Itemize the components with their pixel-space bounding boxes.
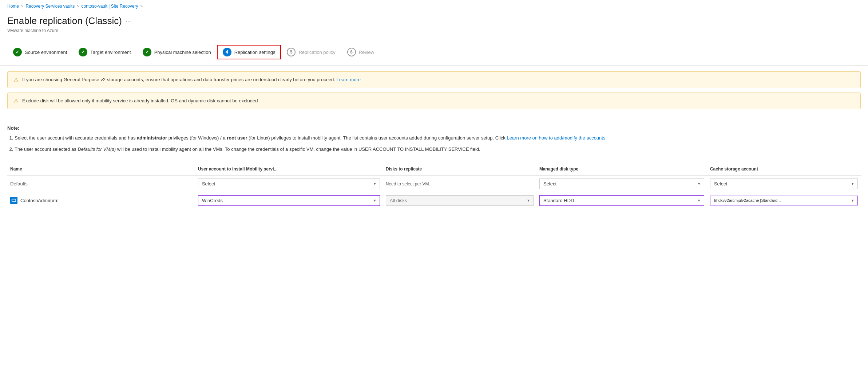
vm-disks-cell: All disks ▾ — [383, 192, 536, 209]
breadcrumb-sep-1: > — [21, 4, 23, 8]
vm-user-dropdown[interactable]: WinCreds ▾ — [198, 195, 380, 206]
defaults-disk-type-cell: Select ▾ — [536, 175, 707, 192]
note-2-text-before: The user account selected as — [15, 146, 78, 152]
col-header-user: User account to install Mobility servi..… — [195, 163, 383, 176]
note-1-bold-root: root user — [227, 135, 247, 141]
note-section: Note: Select the user account with accur… — [0, 119, 868, 163]
step-check-source: ✓ — [16, 50, 19, 55]
table-row-defaults: Defaults Select ▾ Need to select per VM.… — [7, 175, 861, 192]
defaults-user-cell: Select ▾ — [195, 175, 383, 192]
wizard-step-review[interactable]: 6 Review — [341, 45, 380, 59]
vm-name-cell: ContosoAdminVm — [7, 192, 195, 209]
vm-cache-dropdown[interactable]: lrhdxvv2arcmjulv2acache [Standard... ▾ — [710, 196, 858, 205]
breadcrumb-sep-3: > — [140, 4, 142, 8]
page-header: Enable replication (Classic) ··· VMware … — [0, 12, 868, 39]
alert-learn-more-1[interactable]: Learn more — [337, 77, 361, 82]
step-label-target: Target environment — [90, 50, 131, 55]
wizard-step-replication[interactable]: 4 Replication settings — [217, 45, 281, 59]
step-circle-source: ✓ — [13, 48, 22, 56]
note-item-1: Select the user account with accurate cr… — [15, 134, 861, 142]
col-header-cache: Cache storage account — [707, 163, 861, 176]
note-item-2: The user account selected as Defaults fo… — [15, 146, 861, 153]
defaults-disks-cell: Need to select per VM. — [383, 175, 536, 192]
vm-user-cell: WinCreds ▾ — [195, 192, 383, 209]
breadcrumb: Home > Recovery Services vaults > contos… — [0, 0, 868, 12]
breadcrumb-site-recovery[interactable]: contoso-vault | Site Recovery — [82, 4, 138, 9]
step-num-review: 6 — [350, 50, 353, 55]
step-num-policy: 5 — [290, 50, 293, 55]
defaults-user-dropdown[interactable]: Select ▾ — [198, 178, 380, 189]
note-1-bold-admin: administrator — [137, 135, 167, 141]
alert-text-1: If you are choosing General Purpose v2 s… — [22, 76, 361, 83]
defaults-user-chevron: ▾ — [374, 181, 376, 186]
svg-rect-2 — [13, 202, 15, 203]
svg-rect-1 — [12, 199, 16, 201]
defaults-disk-type-value: Select — [543, 181, 556, 187]
vm-disks-value: All disks — [390, 198, 407, 203]
step-label-source: Source environment — [25, 50, 67, 55]
step-check-machine: ✓ — [145, 50, 149, 55]
breadcrumb-sep-2: > — [77, 4, 79, 8]
defaults-cache-value: Select — [714, 181, 727, 187]
step-circle-policy: 5 — [287, 48, 296, 56]
col-header-name: Name — [7, 163, 195, 176]
alert-text-content-1: If you are choosing General Purpose v2 s… — [22, 77, 335, 82]
col-header-disk-type: Managed disk type — [536, 163, 707, 176]
defaults-cache-chevron: ▾ — [852, 181, 854, 186]
note-1-link[interactable]: Learn more on how to add/modify the acco… — [507, 135, 607, 141]
note-2-italic: Defaults for VM(s) — [78, 146, 116, 152]
alert-text-2: Exclude disk will be allowed only if mob… — [22, 97, 258, 105]
table-header-row: Name User account to install Mobility se… — [7, 163, 861, 176]
vm-user-value: WinCreds — [202, 198, 223, 203]
step-circle-replication: 4 — [223, 48, 231, 56]
page-title: Enable replication (Classic) — [7, 15, 122, 27]
wizard-step-policy[interactable]: 5 Replication policy — [281, 45, 341, 59]
vm-cache-value: lrhdxvv2arcmjulv2acache [Standard... — [714, 198, 781, 203]
vm-disk-type-value: Standard HDD — [543, 198, 574, 203]
note-1-text-mid1: privileges (for Windows) / a — [169, 135, 227, 141]
table-section: Name User account to install Mobility se… — [0, 163, 868, 216]
vm-disk-type-dropdown[interactable]: Standard HDD ▾ — [539, 195, 704, 206]
vm-icon-svg — [11, 198, 16, 203]
col-header-disks: Disks to replicate — [383, 163, 536, 176]
step-num-replication: 4 — [226, 50, 228, 55]
vm-icon — [10, 197, 17, 204]
alert-text-content-2: Exclude disk will be allowed only if mob… — [22, 98, 258, 103]
defaults-user-value: Select — [202, 181, 215, 187]
vm-user-chevron: ▾ — [374, 198, 376, 203]
breadcrumb-home[interactable]: Home — [7, 4, 19, 9]
breadcrumb-vaults[interactable]: Recovery Services vaults — [25, 4, 75, 9]
table-row-vm: ContosoAdminVm WinCreds ▾ All disks ▾ — [7, 192, 861, 209]
vm-name-label: ContosoAdminVm — [20, 198, 59, 203]
content-area: ⚠ If you are choosing General Purpose v2… — [0, 66, 868, 119]
step-label-review: Review — [359, 50, 374, 55]
defaults-disks-text: Need to select per VM. — [386, 181, 430, 187]
alert-gp-storage: ⚠ If you are choosing General Purpose v2… — [7, 71, 861, 88]
page-subtitle: VMware machine to Azure — [7, 28, 861, 33]
more-options-button[interactable]: ··· — [126, 17, 131, 25]
alert-icon-2: ⚠ — [13, 98, 19, 105]
wizard-step-source[interactable]: ✓ Source environment — [7, 45, 73, 59]
step-label-replication: Replication settings — [234, 50, 276, 55]
defaults-cache-dropdown[interactable]: Select ▾ — [710, 178, 858, 189]
wizard-step-machine[interactable]: ✓ Physical machine selection — [137, 45, 217, 59]
step-circle-target: ✓ — [79, 48, 87, 56]
alert-icon-1: ⚠ — [13, 76, 19, 83]
defaults-disk-type-dropdown[interactable]: Select ▾ — [539, 178, 704, 189]
vm-name-wrapper: ContosoAdminVm — [10, 197, 192, 204]
note-2-text-after: will be used to install mobility agent o… — [117, 146, 480, 152]
vm-disk-type-cell: Standard HDD ▾ — [536, 192, 707, 209]
defaults-cache-cell: Select ▾ — [707, 175, 861, 192]
wizard-steps: ✓ Source environment ✓ Target environmen… — [0, 39, 868, 66]
note-1-text-before: Select the user account with accurate cr… — [15, 135, 137, 141]
step-circle-review: 6 — [347, 48, 356, 56]
vm-cache-cell: lrhdxvv2arcmjulv2acache [Standard... ▾ — [707, 192, 861, 209]
defaults-disk-type-chevron: ▾ — [698, 181, 700, 186]
vm-disks-dropdown[interactable]: All disks ▾ — [386, 195, 534, 206]
note-list: Select the user account with accurate cr… — [7, 134, 861, 153]
alert-exclude-disk: ⚠ Exclude disk will be allowed only if m… — [7, 93, 861, 109]
note-1-text-mid2: (for Linux) privileges to install mobili… — [249, 135, 507, 141]
wizard-step-target[interactable]: ✓ Target environment — [73, 45, 136, 59]
note-title: Note: — [7, 125, 861, 131]
vm-disks-chevron: ▾ — [527, 198, 530, 203]
